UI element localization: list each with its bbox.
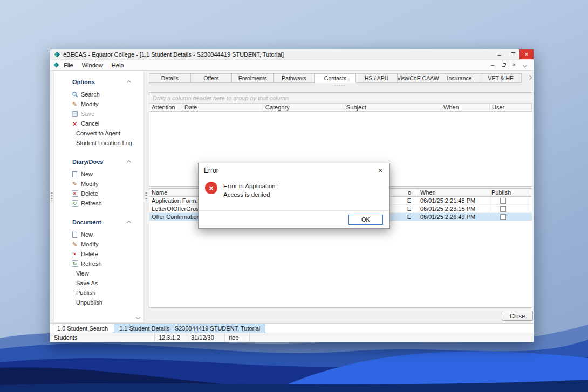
status-bar: Students 12.3.1.2 31/12/30 rlee: [50, 333, 534, 342]
sidebar-splitter[interactable]: [144, 71, 148, 323]
tab-hs-apu[interactable]: HS / APU: [356, 73, 398, 83]
status-user: rlee: [225, 333, 250, 342]
menu-window[interactable]: Window: [78, 61, 107, 70]
sidebar-item-label: Search: [81, 91, 100, 98]
document-item-publish[interactable]: Publish: [54, 288, 143, 298]
sidebar-scroll-down-icon[interactable]: [136, 315, 140, 319]
document-item-save-as[interactable]: Save As: [54, 278, 143, 288]
sidebar-item-save[interactable]: Save: [54, 109, 143, 119]
status-module: Students: [50, 333, 155, 342]
new-page-icon: [71, 171, 78, 178]
sidebar-item-label: Cancel: [81, 120, 99, 127]
section-header-diary-docs[interactable]: Diary/Docs: [54, 159, 143, 167]
tab-contacts[interactable]: Contacts: [315, 73, 357, 83]
sidebar-item-label: Delete: [81, 190, 98, 197]
status-version: 12.3.1.2: [155, 333, 187, 342]
document-item-refresh[interactable]: ↻ Refresh: [54, 259, 143, 269]
workspace-tab-student-search[interactable]: 1.0 Student Search: [52, 324, 113, 333]
chevron-up-icon: [127, 80, 131, 85]
column-header-user[interactable]: User: [490, 104, 532, 111]
splitter-grip-icon: [146, 192, 147, 201]
sidebar-item-label: Convert to Agent: [76, 130, 120, 136]
chevron-up-icon: [127, 160, 131, 164]
pencil-icon: ✎: [71, 181, 78, 188]
window-titlebar[interactable]: eBECAS - Equator College - [1.1 Student …: [50, 49, 534, 59]
tab-overflow-controls[interactable]: [528, 76, 531, 79]
document-publish-cell: [489, 213, 530, 221]
column-header-when[interactable]: When: [441, 104, 490, 111]
sidebar-item-label: Delete: [81, 251, 98, 257]
tab-focus-dots: ·····: [334, 82, 345, 88]
workspace-tab-student-details[interactable]: 1.1 Student Details - S230044419 STUDENT…: [114, 324, 265, 333]
tab-strip: Details Offers Enrolments Pathways Conta…: [149, 73, 522, 83]
sidebar-item-label: Refresh: [81, 260, 102, 267]
diary-item-refresh[interactable]: ↻ Refresh: [54, 198, 143, 208]
error-dialog-titlebar[interactable]: Error ×: [199, 163, 389, 177]
sidebar-item-label: Modify: [81, 241, 98, 247]
sidebar-item-label: Save: [81, 111, 94, 117]
ok-button[interactable]: OK: [348, 215, 383, 225]
sidebar-item-convert-to-agent[interactable]: Convert to Agent: [54, 128, 143, 138]
column-header-category[interactable]: Category: [263, 104, 344, 111]
mdi-restore-button[interactable]: [499, 61, 508, 69]
document-when: 06/01/25 2:23:15 PM: [418, 205, 489, 212]
tab-offers[interactable]: Offers: [191, 73, 233, 83]
window-close-button[interactable]: ×: [519, 49, 534, 59]
document-item-delete[interactable]: × Delete: [54, 249, 143, 259]
publish-checkbox[interactable]: [500, 214, 506, 220]
group-by-hint: Drag a column header here to group by th…: [153, 95, 289, 101]
tab-visa-coe-caaw[interactable]: Visa/CoE CAAW: [398, 73, 439, 83]
cancel-x-icon: ×: [71, 120, 78, 127]
error-dialog-close-button[interactable]: ×: [371, 163, 389, 177]
column-header-date[interactable]: Date: [182, 104, 263, 111]
diary-item-new[interactable]: New: [54, 169, 143, 179]
document-item-unpublish[interactable]: Unpublish: [54, 298, 143, 307]
publish-checkbox[interactable]: [500, 206, 506, 212]
menu-help[interactable]: Help: [107, 61, 128, 70]
new-page-icon: [71, 231, 78, 238]
minimize-icon: –: [497, 51, 501, 58]
menu-file[interactable]: File: [59, 61, 78, 70]
column-header-publish[interactable]: Publish: [489, 189, 530, 196]
minimize-icon: –: [491, 62, 494, 68]
error-message: Error in Application : Access is denied: [223, 182, 279, 199]
tab-vet-he[interactable]: VET & HE: [480, 73, 522, 83]
error-dialog-body: × Error in Application : Access is denie…: [199, 177, 389, 199]
section-header-options[interactable]: Options: [54, 79, 143, 87]
document-item-new[interactable]: New: [54, 230, 143, 239]
tab-pathways[interactable]: Pathways: [274, 73, 315, 83]
error-x-glyph: ×: [209, 184, 213, 192]
close-icon: ×: [512, 62, 516, 68]
tab-enrolments[interactable]: Enrolments: [232, 73, 274, 83]
column-header-subject[interactable]: Subject: [344, 104, 441, 111]
section-title: Document: [72, 219, 101, 225]
publish-checkbox[interactable]: [500, 198, 506, 204]
mdi-minimize-button[interactable]: –: [488, 61, 497, 69]
desktop-wallpaper: eBECAS - Equator College - [1.1 Student …: [0, 0, 588, 392]
document-item-modify[interactable]: ✎ Modify: [54, 239, 143, 249]
section-header-document[interactable]: Document: [54, 219, 143, 227]
sidebar-item-label: New: [81, 171, 93, 177]
mdi-close-button[interactable]: ×: [510, 61, 518, 69]
diary-item-modify[interactable]: ✎ Modify: [54, 179, 143, 189]
chevron-up-icon: [127, 221, 131, 225]
column-header-when[interactable]: When: [418, 189, 489, 196]
window-minimize-button[interactable]: –: [493, 49, 506, 59]
diary-item-delete[interactable]: × Delete: [54, 189, 143, 198]
mdi-child-icon: [53, 62, 59, 68]
mdi-menu-button[interactable]: [521, 61, 529, 69]
sidebar-item-search[interactable]: Search: [54, 90, 143, 99]
close-button[interactable]: Close: [502, 311, 533, 321]
tab-insurance[interactable]: Insurance: [439, 73, 481, 83]
column-header-attention[interactable]: Attention: [149, 104, 182, 111]
refresh-icon: ↻: [71, 200, 78, 207]
tab-details[interactable]: Details: [149, 73, 191, 83]
document-item-view[interactable]: View: [54, 269, 143, 278]
restore-icon: [502, 64, 505, 67]
window-maximize-button[interactable]: [506, 49, 519, 59]
pencil-icon: ✎: [71, 101, 78, 108]
sidebar-item-modify[interactable]: ✎ Modify: [54, 99, 143, 109]
sidebar-item-cancel[interactable]: × Cancel: [54, 119, 143, 128]
group-by-bar[interactable]: Drag a column header here to group by th…: [149, 93, 532, 104]
sidebar-item-student-location-log[interactable]: Student Location Log: [54, 138, 143, 148]
